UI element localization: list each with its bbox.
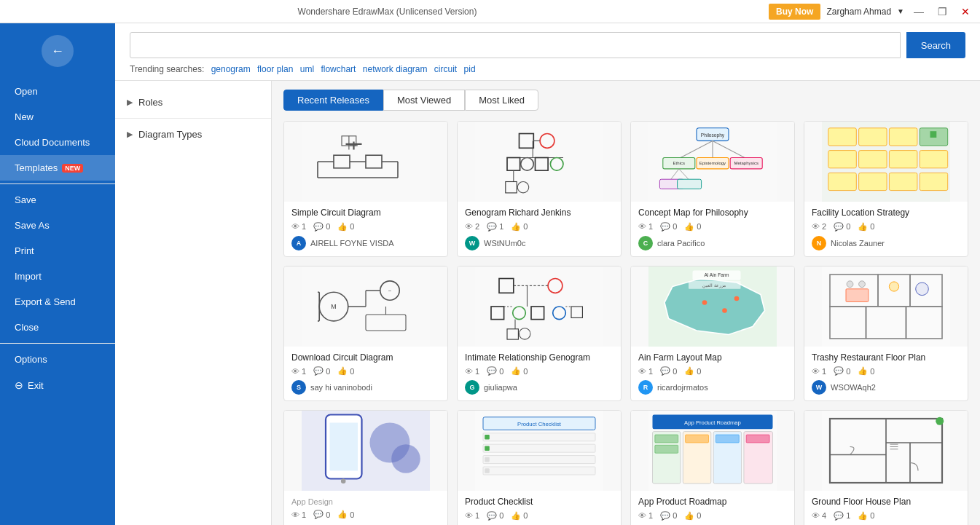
- sidebar-item-exit[interactable]: ⊖ Exit: [0, 372, 115, 398]
- sidebar-item-cloud[interactable]: Cloud Documents: [0, 130, 115, 155]
- template-card-farm[interactable]: Al Ain Farm مزرعة العين Ain: [630, 266, 795, 402]
- sidebar-item-export[interactable]: Export & Send: [0, 289, 115, 315]
- sidebar-item-close[interactable]: Close: [0, 315, 115, 340]
- trending-genogram[interactable]: genogram: [211, 64, 251, 74]
- svg-rect-133: [716, 435, 739, 443]
- trending-label: Trending searches:: [130, 64, 204, 74]
- template-card-roadmap[interactable]: App Product Roadmap: [630, 410, 795, 525]
- trending-network[interactable]: network diagram: [363, 64, 428, 74]
- likes-icon: 👍: [511, 366, 521, 376]
- templates-content: ▶ Roles ▶ Diagram Types Recent Releases …: [115, 81, 980, 525]
- user-label: Zargham Ahmad: [826, 7, 891, 17]
- thumbnail-houseplan: [804, 411, 968, 491]
- template-card-app[interactable]: App Design 👁1 💬0 👍0: [283, 410, 448, 525]
- templates-grid: Simple Circuit Diagram 👁1 💬0 👍0 A AIRELL…: [283, 121, 968, 525]
- diagram-types-arrow: ▶: [127, 130, 133, 139]
- card-title-facility: Facility Location Strategy: [812, 208, 960, 219]
- comments-count: 0: [326, 222, 330, 231]
- sidebar-item-saveas-label: Save As: [15, 220, 50, 231]
- svg-text:Al Ain Farm: Al Ain Farm: [704, 272, 729, 277]
- card-stats-app: 👁1 💬0 👍0: [291, 510, 440, 519]
- svg-rect-122: [485, 468, 490, 473]
- author-avatar: N: [812, 236, 826, 250]
- card-info-floorplan: Trashy Restaurant Floor Plan 👁1 💬0 👍0 W …: [804, 347, 968, 401]
- svg-rect-56: [930, 131, 937, 138]
- sidebar-item-print[interactable]: Print: [0, 238, 115, 264]
- trending-flowchart[interactable]: flowchart: [321, 64, 356, 74]
- thumbnail-app: [284, 411, 447, 491]
- restore-button[interactable]: ❐: [933, 3, 951, 20]
- sidebar-item-options[interactable]: Options: [0, 347, 115, 372]
- tab-most-viewed[interactable]: Most Viewed: [383, 90, 465, 111]
- svg-rect-131: [655, 445, 678, 453]
- likes-count: 0: [350, 222, 354, 231]
- sidebar-item-save[interactable]: Save: [0, 187, 115, 213]
- views-icon: 👁: [291, 222, 299, 231]
- author-name: ricardojrmatos: [657, 383, 708, 392]
- search-row: Search: [130, 32, 965, 58]
- svg-rect-48: [828, 151, 857, 168]
- trending-pid[interactable]: pid: [464, 64, 476, 74]
- sidebar-item-import[interactable]: Import: [0, 264, 115, 289]
- template-card-genogram2[interactable]: Intimate Relationship Genogram 👁1 💬0 👍0 …: [457, 266, 622, 402]
- thumbnail-checklist: Product Checklist: [458, 411, 621, 491]
- thumbnail-simple-circuit: [284, 122, 447, 202]
- svg-rect-120: [485, 446, 490, 451]
- author-name: clara Pacifico: [657, 239, 705, 248]
- svg-rect-51: [920, 151, 948, 168]
- svg-rect-49: [859, 151, 887, 168]
- trending-floorplan[interactable]: floor plan: [257, 64, 293, 74]
- card-info-houseplan: Ground Floor House Plan 👁4 💬1 👍0 M Miche…: [804, 491, 968, 525]
- sidebar-divider-2: [0, 343, 115, 344]
- template-card-checklist[interactable]: Product Checklist: [457, 410, 622, 525]
- close-button[interactable]: ✕: [957, 3, 974, 20]
- template-card-genogram[interactable]: Genogram Richard Jenkins 👁2 💬1 👍0 W WStN…: [457, 121, 622, 257]
- sidebar-item-saveas[interactable]: Save As: [0, 213, 115, 238]
- likes-icon: 👍: [337, 510, 348, 519]
- roles-label: Roles: [138, 97, 162, 108]
- sidebar-item-new[interactable]: New: [0, 104, 115, 130]
- author-avatar: R: [638, 380, 653, 395]
- sidebar-item-print-label: Print: [15, 245, 34, 256]
- template-card-concept[interactable]: Philosophy Ethics Epistemology Metaphysi…: [630, 121, 795, 257]
- svg-rect-121: [485, 457, 490, 462]
- card-title-checklist: Product Checklist: [465, 497, 614, 508]
- trending-uml[interactable]: uml: [300, 64, 314, 74]
- sidebar-item-templates[interactable]: Templates NEW: [0, 155, 115, 181]
- card-stats-genogram2: 👁1 💬0 👍0: [465, 366, 614, 376]
- tabs-row: Recent Releases Most Viewed Most Liked: [283, 90, 968, 111]
- user-dropdown-arrow[interactable]: ▼: [897, 7, 904, 15]
- svg-rect-14: [475, 122, 603, 202]
- template-card-floorplan[interactable]: Trashy Restaurant Floor Plan 👁1 💬0 👍0 W …: [804, 266, 968, 402]
- card-author-floorplan: W WSOWAqh2: [812, 380, 960, 395]
- minimize-button[interactable]: —: [910, 3, 928, 20]
- template-card-simple-circuit[interactable]: Simple Circuit Diagram 👁1 💬0 👍0 A AIRELL…: [283, 121, 448, 257]
- roles-filter[interactable]: ▶ Roles: [115, 90, 271, 115]
- svg-rect-117: [483, 456, 595, 464]
- search-input[interactable]: [130, 32, 901, 58]
- card-stats-simple-circuit: 👁1 💬0 👍0: [291, 222, 440, 232]
- main-layout: ← Open New Cloud Documents Templates NEW…: [0, 23, 980, 525]
- sidebar-item-options-label: Options: [15, 354, 47, 365]
- tab-most-liked[interactable]: Most Liked: [465, 90, 538, 111]
- svg-rect-116: [483, 444, 595, 452]
- sidebar-item-open[interactable]: Open: [0, 79, 115, 104]
- back-button[interactable]: ←: [42, 35, 74, 67]
- svg-text:مزرعة العين: مزرعة العين: [702, 283, 726, 288]
- diagram-types-filter[interactable]: ▶ Diagram Types: [115, 122, 271, 147]
- views-icon: 👁: [638, 511, 646, 520]
- template-card-facility[interactable]: Facility Location Strategy 👁2 💬0 👍0 N Ni…: [804, 121, 968, 257]
- card-stats-concept: 👁1 💬0 👍0: [638, 222, 787, 232]
- comments-icon: 💬: [660, 511, 670, 521]
- buy-now-button[interactable]: Buy Now: [769, 4, 820, 20]
- views-icon: 👁: [812, 222, 820, 231]
- author-name: say hi vaninobodi: [310, 383, 372, 392]
- template-card-download-circuit[interactable]: M ~: [283, 266, 448, 402]
- template-card-houseplan[interactable]: Ground Floor House Plan 👁4 💬1 👍0 M Miche…: [804, 410, 968, 525]
- author-name: WSOWAqh2: [831, 383, 876, 392]
- author-avatar: G: [465, 380, 479, 395]
- trending-circuit[interactable]: circuit: [434, 64, 457, 74]
- search-button[interactable]: Search: [906, 32, 965, 58]
- svg-point-101: [847, 280, 853, 287]
- tab-recent-releases[interactable]: Recent Releases: [283, 90, 383, 111]
